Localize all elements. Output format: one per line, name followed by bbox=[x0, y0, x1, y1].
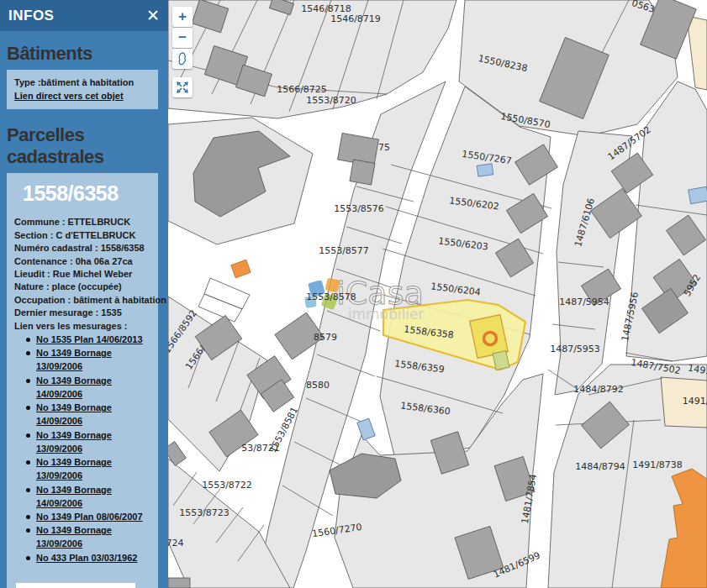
mesurage-link[interactable]: No 1349 Bornage 13/09/2006 bbox=[36, 523, 150, 550]
batiments-box: Type :bâtiment à habitation Lien direct … bbox=[7, 70, 158, 109]
building-blue[interactable] bbox=[477, 164, 493, 176]
mesurage-list: No 1535 Plan 14/06/2013No 1349 Bornage 1… bbox=[14, 333, 150, 564]
mesurage-item: No 1349 Bornage 14/09/2006 bbox=[14, 374, 150, 401]
map-area[interactable]: iCasaimmobilier1546/87181546/87190563155… bbox=[168, 0, 707, 588]
parcel-label: 1484/8792 bbox=[573, 384, 624, 395]
mesurage-link[interactable]: No 1349 Bornage 13/09/2006 bbox=[36, 428, 150, 455]
parcel-label: 1487/5953 bbox=[550, 344, 600, 354]
parcel-label: 75 bbox=[378, 142, 390, 153]
mesurage-link[interactable]: No 1349 Bornage 14/09/2006 bbox=[36, 483, 150, 510]
order-extract-button[interactable]: Commander un extrait bbox=[16, 583, 135, 588]
mesurage-item: No 1349 Bornage 13/09/2006 bbox=[14, 346, 150, 373]
parcel-label: 1484/8794 bbox=[575, 461, 625, 472]
parcel-detail-line: Occupation : bâtiment à habitation bbox=[14, 294, 150, 307]
parcel-label: 1546/8719 bbox=[330, 13, 381, 24]
mesurage-link[interactable]: No 1349 Bornage 13/09/2006 bbox=[36, 455, 150, 482]
parcel-detail-line: Contenance : 0ha 06a 27ca bbox=[14, 255, 150, 268]
panel-title: INFOS bbox=[8, 8, 54, 24]
mesurage-item: No 1349 Bornage 13/09/2006 bbox=[14, 428, 150, 455]
parcel-label: 8580 bbox=[306, 380, 330, 391]
parcel-label: 53/8721 bbox=[241, 443, 280, 454]
parcel-detail-line: Lieudit : Rue Michel Weber bbox=[14, 268, 150, 281]
mesurage-item: No 1349 Bornage 13/09/2006 bbox=[14, 523, 150, 550]
parcel-detail-line: Lien vers les mesurages : bbox=[14, 320, 150, 333]
info-panel-header: INFOS ✕ bbox=[0, 0, 168, 31]
parcel-label: 1491/8738 bbox=[632, 459, 683, 470]
parcel-label: 1553/8576 bbox=[334, 203, 384, 214]
parcel-detail-line: Dernier mesurage : 1535 bbox=[14, 307, 150, 319]
parcel-label: 1491/8 bbox=[683, 396, 707, 407]
section-heading-batiments: Bâtiments bbox=[0, 31, 168, 70]
mesurage-link[interactable]: No 433 Plan 03/03/1962 bbox=[36, 551, 137, 564]
parcel-label: 724 bbox=[168, 538, 184, 549]
parcel-detail-line: Section : C d'ETTELBRUCK bbox=[14, 229, 150, 242]
batiments-direct-link[interactable]: Lien direct vers cet objet bbox=[14, 89, 124, 102]
mesurage-item: No 1349 Bornage 14/09/2006 bbox=[14, 483, 150, 510]
luxembourg-outline-icon bbox=[175, 51, 190, 66]
mesurage-link[interactable]: No 1349 Plan 08/06/2007 bbox=[36, 510, 143, 523]
mesurage-item: No 433 Plan 03/03/1962 bbox=[14, 551, 150, 564]
parcel-label: 1553/8722 bbox=[202, 480, 252, 491]
watermark-tagline: immobilier bbox=[348, 306, 425, 323]
mesurage-link[interactable]: No 1349 Bornage 14/09/2006 bbox=[36, 374, 150, 401]
building-blue[interactable] bbox=[689, 186, 707, 204]
zoom-out-button[interactable]: − bbox=[172, 28, 193, 48]
parcelle-box: 1558/6358 Commune : ETTELBRUCKSection : … bbox=[7, 173, 158, 588]
expand-arrows-icon bbox=[175, 80, 190, 95]
zoom-in-button[interactable]: + bbox=[172, 7, 193, 27]
parcel-label: 1553/8577 bbox=[319, 245, 369, 256]
info-panel: INFOS ✕ Bâtiments Type :bâtiment à habit… bbox=[0, 0, 168, 588]
parcel-label: 1566/8725 bbox=[277, 84, 327, 95]
plus-icon: + bbox=[178, 8, 187, 25]
green-outbuilding[interactable] bbox=[493, 351, 509, 370]
parcel-detail-line: Commune : ETTELBRUCK bbox=[14, 216, 150, 228]
building-type-line: Type :bâtiment à habitation bbox=[14, 76, 150, 89]
parcel-number: 1558/6358 bbox=[23, 181, 150, 206]
parcel-label: 8579 bbox=[314, 332, 337, 343]
minus-icon: − bbox=[178, 29, 187, 46]
zoom-extent-button[interactable] bbox=[172, 49, 193, 69]
mesurage-item: No 1535 Plan 14/06/2013 bbox=[14, 333, 150, 346]
building-shape[interactable] bbox=[168, 578, 190, 588]
parcel-detail-line: Nature : place (occupée) bbox=[14, 281, 150, 293]
fullscreen-button[interactable] bbox=[172, 77, 193, 97]
mesurage-item: No 1349 Bornage 14/09/2006 bbox=[14, 401, 150, 428]
parcel-label: 1553/8723 bbox=[179, 507, 230, 518]
parcel-label: 1553/8578 bbox=[306, 291, 356, 302]
building-shape[interactable] bbox=[350, 160, 375, 185]
mesurage-link[interactable]: No 1349 Bornage 13/09/2006 bbox=[36, 346, 150, 373]
parcel-detail-line: Numéro cadastral : 1558/6358 bbox=[14, 242, 150, 255]
close-icon[interactable]: ✕ bbox=[146, 8, 160, 24]
map-controls: + − bbox=[172, 7, 193, 98]
parcel-label: 1487/5954 bbox=[559, 297, 609, 307]
parcel-details: Commune : ETTELBRUCKSection : C d'ETTELB… bbox=[14, 216, 150, 333]
mesurage-link[interactable]: No 1535 Plan 14/06/2013 bbox=[36, 333, 143, 346]
map-svg[interactable]: iCasaimmobilier1546/87181546/87190563155… bbox=[168, 0, 707, 588]
parcel-label: 1553/8720 bbox=[306, 95, 356, 106]
cadastre-viewer: iCasaimmobilier1546/87181546/87190563155… bbox=[0, 0, 707, 588]
mesurage-item: No 1349 Plan 08/06/2007 bbox=[14, 510, 150, 523]
mesurage-item: No 1349 Bornage 13/09/2006 bbox=[14, 455, 150, 482]
section-heading-parcelles: Parcelles cadastrales bbox=[0, 113, 168, 173]
mesurage-link[interactable]: No 1349 Bornage 14/09/2006 bbox=[36, 401, 150, 428]
